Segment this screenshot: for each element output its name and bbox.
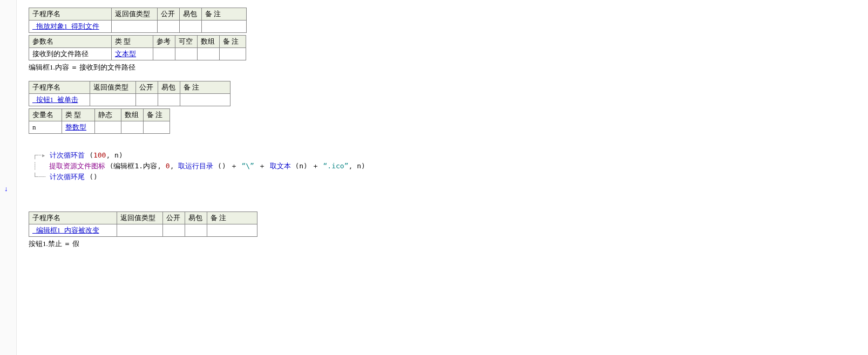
guide-bot-icon: └┄┄: [33, 172, 45, 182]
param-type-link[interactable]: 文本型: [115, 50, 136, 58]
fn-totext-arg: n: [299, 162, 303, 170]
th-ret: 返回值类型: [117, 212, 163, 224]
subroutine-table-3[interactable]: 子程序名 返回值类型 公开 易包 备 注 _编辑框1_内容被改变: [29, 211, 257, 237]
gutter: ↓: [0, 0, 17, 355]
code-block[interactable]: ┌┄▸ 计次循环首 (100, n) ┊ 提取资源文件图标 (编辑框1.内容, …: [33, 150, 858, 182]
cell-pack[interactable]: [158, 94, 180, 106]
cell-ret[interactable]: [90, 94, 136, 106]
cell-remark[interactable]: [220, 48, 246, 60]
th-pub: 公开: [163, 212, 185, 224]
cell-remark[interactable]: [144, 121, 170, 134]
table-row[interactable]: n 整数型: [29, 121, 170, 134]
cell-pack[interactable]: [185, 224, 207, 237]
fn-run-dir: 取运行目录: [178, 162, 213, 170]
cell-pack[interactable]: [180, 21, 202, 33]
th-type: 类 型: [62, 109, 95, 121]
gutter-arrow-icon: ↓: [4, 185, 8, 193]
code-line-call[interactable]: ┊ 提取资源文件图标 (编辑框1.内容, 0, 取运行目录 () ＋ “\” ＋…: [33, 161, 858, 172]
code-line-loop-head[interactable]: ┌┄▸ 计次循环首 (100, n): [33, 150, 858, 161]
loop-tail-keyword: 计次循环尾: [50, 173, 85, 181]
table-row[interactable]: 接收到的文件路径 文本型: [29, 48, 246, 60]
cell-remark[interactable]: [207, 224, 257, 237]
th-pack: 易包: [185, 212, 207, 224]
th-remark: 备 注: [220, 36, 246, 48]
th-sub-name: 子程序名: [29, 212, 117, 224]
statement-3[interactable]: 按钮1.禁止 ＝ 假: [29, 239, 858, 249]
code-line-loop-tail[interactable]: └┄┄ 计次循环尾 (): [33, 172, 858, 182]
fn-totext: 取文本: [270, 162, 291, 170]
call-arg1: 编辑框1.内容: [113, 162, 157, 170]
cell-pub[interactable]: [163, 224, 185, 237]
th-sub-name: 子程序名: [29, 81, 90, 94]
th-ret: 返回值类型: [90, 81, 136, 94]
th-var-name: 变量名: [29, 109, 62, 121]
cell-var-name[interactable]: n: [29, 121, 62, 134]
loop-count: 100: [93, 151, 106, 159]
table-row[interactable]: _编辑框1_内容被改变: [29, 224, 257, 237]
cell-remark[interactable]: [180, 94, 230, 106]
subroutine-table-1[interactable]: 子程序名 返回值类型 公开 易包 备 注 _拖放对象1_得到文件: [29, 8, 247, 33]
call-arg2: 0: [166, 162, 170, 170]
param-table-1[interactable]: 参数名 类 型 参考 可空 数组 备 注 接收到的文件路径 文本型: [29, 35, 246, 60]
cell-remark[interactable]: [202, 21, 247, 33]
cell-ret[interactable]: [117, 224, 163, 237]
table-row[interactable]: _按钮1_被单击: [29, 94, 230, 106]
sub-name-link[interactable]: _拖放对象1_得到文件: [32, 22, 99, 30]
literal-slash: “\”: [241, 162, 254, 170]
th-pub: 公开: [136, 81, 158, 94]
th-ret: 返回值类型: [112, 8, 158, 21]
loop-var: n: [114, 151, 119, 159]
cell-ret[interactable]: [112, 21, 158, 33]
th-ref: 参考: [153, 36, 175, 48]
cell-pub[interactable]: [136, 94, 158, 106]
th-pack: 易包: [180, 8, 202, 21]
sub-name-link[interactable]: _按钮1_被单击: [32, 95, 78, 104]
th-remark: 备 注: [144, 109, 170, 121]
sub-name-link[interactable]: _编辑框1_内容被改变: [32, 226, 99, 234]
cell-static[interactable]: [95, 121, 121, 134]
th-pub: 公开: [158, 8, 180, 21]
th-remark: 备 注: [180, 81, 230, 94]
th-sub-name: 子程序名: [29, 8, 112, 21]
th-array: 数组: [121, 109, 144, 121]
th-array: 数组: [198, 36, 220, 48]
th-remark: 备 注: [207, 212, 257, 224]
cell-param-name[interactable]: 接收到的文件路径: [29, 48, 112, 60]
guide-mid-icon: ┊: [33, 161, 45, 172]
call-arg-last: n: [357, 162, 361, 170]
cell-array[interactable]: [198, 48, 220, 60]
th-param-name: 参数名: [29, 36, 112, 48]
cell-ref[interactable]: [153, 48, 175, 60]
loop-head-keyword: 计次循环首: [50, 151, 85, 159]
call-name: 提取资源文件图标: [49, 162, 105, 170]
subroutine-table-2[interactable]: 子程序名 返回值类型 公开 易包 备 注 _按钮1_被单击: [29, 81, 230, 106]
cell-pub[interactable]: [158, 21, 180, 33]
var-type-link[interactable]: 整数型: [65, 123, 86, 131]
table-row[interactable]: _拖放对象1_得到文件: [29, 21, 247, 33]
statement-1[interactable]: 编辑框1.内容 ＝ 接收到的文件路径: [29, 63, 858, 72]
code-editor-page: ↓ 子程序名 返回值类型 公开 易包 备 注 _拖放对象1_得到文件 参数名: [0, 0, 868, 355]
th-pack: 易包: [158, 81, 180, 94]
cell-array[interactable]: [121, 121, 144, 134]
th-nullable: 可空: [175, 36, 198, 48]
literal-ico: “.ico”: [323, 162, 349, 170]
th-remark: 备 注: [202, 8, 247, 21]
th-static: 静态: [95, 109, 121, 121]
th-type: 类 型: [112, 36, 153, 48]
cell-nullable[interactable]: [175, 48, 198, 60]
content-area: 子程序名 返回值类型 公开 易包 备 注 _拖放对象1_得到文件 参数名 类 型…: [17, 0, 868, 355]
guide-top-icon: ┌┄▸: [33, 150, 45, 161]
variable-table-2[interactable]: 变量名 类 型 静态 数组 备 注 n 整数型: [29, 108, 170, 134]
